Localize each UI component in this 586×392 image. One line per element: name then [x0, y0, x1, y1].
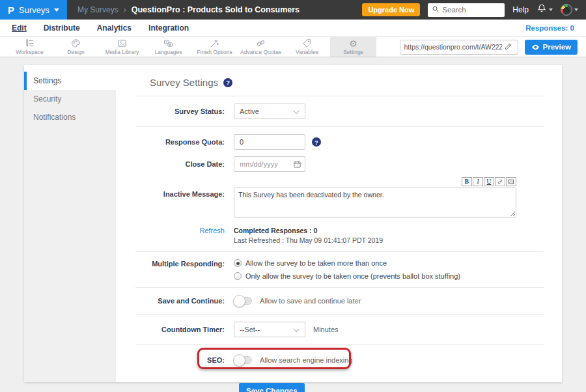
page-background: Settings Security Notifications Survey S… [0, 57, 586, 382]
tab-integration[interactable]: Integration [148, 23, 189, 33]
languages-icon [163, 38, 173, 48]
chevron-down-icon [293, 326, 300, 332]
message-editor-toolbar: B I U [234, 177, 516, 186]
responses-count: Responses: 0 [525, 24, 574, 32]
notifications-button[interactable] [537, 3, 553, 16]
breadcrumb: My Surveys › QuestionPro : Products Sold… [77, 5, 300, 14]
seo-description: Allow search engine indexing [260, 356, 352, 364]
multiple-responding-label: Multiple Responding: [135, 259, 225, 268]
calendar-icon[interactable] [293, 160, 301, 171]
settings-main: Survey Settings Survey Status: Active [116, 65, 562, 382]
toolbar-item-languages[interactable]: Languages [145, 37, 191, 57]
preview-button[interactable]: Preview [525, 40, 578, 55]
survey-title: QuestionPro : Products Sold to Consumers [132, 5, 300, 14]
link-button[interactable] [495, 177, 505, 186]
settings-sidebar: Settings Security Notifications [24, 65, 116, 382]
help-question-icon[interactable] [312, 137, 321, 147]
breadcrumb-my-surveys[interactable]: My Surveys [77, 5, 119, 14]
save-continue-toggle[interactable] [234, 297, 252, 305]
top-bar: P Surveys My Surveys › QuestionPro : Pro… [0, 0, 586, 20]
toolbar-item-label: Finish Options [197, 49, 232, 55]
survey-status-label: Survey Status: [135, 107, 225, 115]
workspace-icon [25, 38, 35, 48]
toolbar-item-label: Design [67, 49, 84, 55]
tab-distribute[interactable]: Distribute [44, 23, 80, 33]
settings-card: Settings Security Notifications Survey S… [24, 65, 562, 382]
settings-gear-icon: ⚙ [349, 38, 357, 48]
survey-url-input[interactable] [404, 43, 502, 51]
toolbar-item-design[interactable]: Design [53, 37, 99, 57]
design-icon [71, 38, 81, 48]
eye-icon [531, 43, 540, 51]
sidebar-item-settings[interactable]: Settings [24, 72, 116, 90]
toolbar-item-settings[interactable]: ⚙ Settings [330, 37, 376, 57]
bell-icon [537, 3, 547, 16]
toolbar-item-label: Media Library [105, 49, 139, 55]
survey-status-select[interactable]: Active [234, 104, 305, 119]
settings-form: Survey Status: Active Response Quota: [135, 96, 544, 392]
global-search[interactable] [428, 3, 505, 17]
edit-toolbar: Workspace Design Media Library Languages… [0, 37, 586, 57]
sidebar-item-notifications[interactable]: Notifications [24, 108, 116, 126]
italic-button[interactable]: I [473, 177, 483, 186]
edit-url-pencil-icon[interactable] [505, 41, 512, 53]
toolbar-item-label: Variables [296, 49, 318, 55]
questionpro-logo: P [8, 5, 14, 16]
image-button[interactable] [506, 177, 516, 186]
countdown-timer-select[interactable]: --Set-- [234, 322, 305, 337]
minutes-label: Minutes [313, 326, 339, 333]
refresh-link[interactable]: Refresh [135, 227, 225, 234]
bold-button[interactable]: B [462, 177, 472, 186]
save-and-continue-label: Save and Continue: [135, 297, 225, 305]
link-icon [497, 178, 503, 185]
search-icon [432, 4, 440, 16]
avatar [561, 4, 572, 16]
sidebar-spacer [24, 65, 116, 72]
radio-allow-once[interactable]: Only allow the survey to be taken once (… [234, 272, 460, 280]
chevron-down-icon [549, 8, 553, 11]
save-continue-description: Allow to save and continue later [260, 297, 361, 305]
seo-toggle[interactable] [234, 356, 252, 364]
response-quota-input[interactable] [234, 134, 305, 150]
toolbar-item-variables[interactable]: Variables [284, 37, 330, 57]
toolbar-item-media-library[interactable]: Media Library [99, 37, 145, 57]
tab-analytics[interactable]: Analytics [97, 23, 132, 33]
variables-icon [302, 38, 312, 48]
search-input[interactable] [442, 6, 501, 14]
radio-unselected-icon [234, 272, 242, 280]
inactive-message-textarea[interactable]: This Survey has been deactivated by the … [234, 188, 516, 217]
help-question-icon[interactable] [223, 78, 232, 87]
upgrade-now-button[interactable]: Upgrade Now [362, 3, 420, 16]
toolbar-item-label: Settings [343, 49, 363, 55]
toolbar-item-label: Languages [154, 49, 182, 55]
account-menu[interactable] [561, 4, 578, 16]
image-icon [508, 178, 514, 185]
close-date-label: Close Date: [135, 160, 225, 168]
help-link[interactable]: Help [512, 5, 529, 14]
chevron-down-icon [54, 8, 59, 12]
toolbar-item-finish-options[interactable]: Finish Options [191, 37, 238, 57]
media-library-icon [117, 38, 127, 48]
radio-allow-multiple[interactable]: Allow the survey to be taken more than o… [234, 259, 460, 267]
chevron-down-icon [574, 8, 578, 11]
save-changes-button[interactable]: Save Changes [239, 383, 305, 392]
seo-label: SEO: [135, 356, 225, 364]
last-refreshed-text: Last Refreshed : Thu May 09 01:41:07 PDT… [234, 236, 383, 244]
response-quota-label: Response Quota: [135, 138, 225, 146]
sidebar-item-security[interactable]: Security [24, 90, 116, 108]
tab-edit[interactable]: Edit [12, 23, 27, 33]
radio-selected-icon [234, 259, 242, 267]
toolbar-item-label: Advance Quotas [240, 49, 281, 55]
surveys-product-menu[interactable]: P Surveys [0, 0, 67, 20]
underline-button[interactable]: U [484, 177, 494, 186]
countdown-timer-value: --Set-- [240, 326, 260, 333]
survey-status-value: Active [240, 107, 259, 115]
survey-nav-bar: Edit Distribute Analytics Integration Re… [0, 20, 586, 37]
toolbar-item-workspace[interactable]: Workspace [7, 37, 53, 57]
toolbar-item-advance-quotas[interactable]: Advance Quotas [238, 37, 284, 57]
product-label: Surveys [19, 5, 49, 15]
toolbar-item-label: Workspace [16, 49, 43, 55]
advance-quotas-icon [256, 38, 266, 48]
finish-options-icon [210, 38, 219, 48]
countdown-timer-label: Countdown Timer: [135, 326, 225, 333]
